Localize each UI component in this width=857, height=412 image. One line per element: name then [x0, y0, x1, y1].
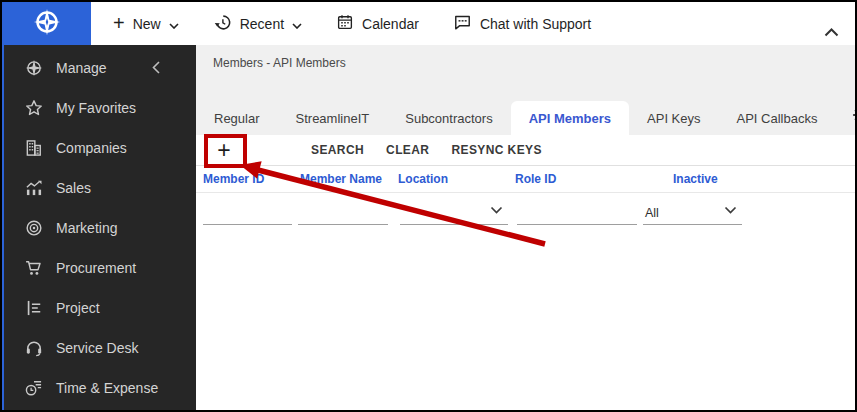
sidebar-item-label: Companies — [56, 140, 127, 156]
chevron-down-icon — [169, 16, 179, 32]
tab-streamlineit[interactable]: StreamlineIT — [278, 101, 388, 135]
chat-support-button[interactable]: Chat with Support — [453, 13, 591, 35]
grid-header-row: Member ID Member Name Location Role ID I… — [196, 166, 855, 193]
compass-icon — [24, 58, 44, 78]
column-header-role-id[interactable]: Role ID — [515, 172, 556, 186]
tab-label: API Members — [529, 111, 611, 126]
chevron-down-icon — [490, 200, 503, 218]
recent-menu-button[interactable]: Recent — [213, 13, 302, 35]
member-name-filter[interactable] — [298, 198, 388, 225]
tab-label: StreamlineIT — [296, 111, 370, 126]
clear-button[interactable]: CLEAR — [386, 143, 429, 157]
tab-subcontractors[interactable]: Subcontractors — [387, 101, 510, 135]
chart-icon — [24, 178, 44, 198]
sidebar-item-companies[interactable]: Companies — [4, 128, 196, 168]
app-window: + New Recent — [0, 0, 857, 412]
role-id-filter-input[interactable] — [517, 202, 637, 224]
cart-icon — [24, 258, 44, 278]
sidebar-item-label: Procurement — [56, 260, 136, 276]
chat-support-label: Chat with Support — [480, 16, 591, 32]
plus-icon: + — [113, 13, 125, 33]
clock-list-icon — [24, 378, 44, 398]
calendar-icon — [336, 13, 354, 34]
tab-label: Regular — [214, 111, 260, 126]
tab-label: Subcontractors — [405, 111, 492, 126]
sidebar-item-my-favorites[interactable]: My Favorites — [4, 88, 196, 128]
column-header-inactive[interactable]: Inactive — [673, 172, 718, 186]
chevron-up-icon — [824, 23, 839, 40]
building-icon — [24, 138, 44, 158]
star-icon — [24, 98, 44, 118]
main-area: Manage My Favorites Companies Sales — [2, 45, 855, 410]
chevron-left-icon[interactable] — [152, 61, 160, 77]
list-icon — [24, 298, 44, 318]
list-toolbar: + SEARCH CLEAR RESYNC KEYS — [196, 135, 855, 166]
member-id-filter-input[interactable] — [203, 202, 292, 224]
column-header-member-name[interactable]: Member Name — [300, 172, 382, 186]
chevron-down-icon — [724, 200, 737, 218]
member-name-filter-input[interactable] — [298, 202, 388, 224]
sidebar-item-sales[interactable]: Sales — [4, 168, 196, 208]
grid-filter-row: All — [196, 193, 855, 230]
collapse-header-button[interactable] — [822, 21, 841, 43]
member-id-filter[interactable] — [203, 198, 292, 225]
top-header: + New Recent — [2, 2, 855, 45]
tab-api-members[interactable]: API Members — [511, 101, 629, 135]
inactive-filter-value: All — [643, 206, 661, 224]
chat-icon — [453, 13, 472, 35]
tab-settings-button[interactable] — [851, 106, 857, 128]
sidebar-item-label: Sales — [56, 180, 91, 196]
tab-bar: Regular StreamlineIT Subcontractors API … — [196, 90, 855, 135]
app-logo[interactable] — [2, 2, 91, 45]
sidebar-item-service-desk[interactable]: Service Desk — [4, 328, 196, 368]
tab-label: API Keys — [647, 111, 700, 126]
location-filter-value — [400, 220, 404, 224]
bullseye-icon — [24, 218, 44, 238]
history-icon — [213, 13, 232, 35]
new-label: New — [133, 16, 161, 32]
tab-api-keys[interactable]: API Keys — [629, 101, 718, 135]
add-member-button[interactable]: + — [210, 136, 238, 164]
sidebar-item-label: Service Desk — [56, 340, 138, 356]
sidebar-item-label: Manage — [56, 60, 107, 76]
search-button[interactable]: SEARCH — [311, 143, 364, 157]
role-id-filter[interactable] — [517, 198, 637, 225]
content-area: Members - API Members Regular Streamline… — [196, 45, 855, 410]
sidebar-item-label: Project — [56, 300, 100, 316]
inactive-filter-dropdown[interactable]: All — [643, 198, 742, 225]
calendar-button[interactable]: Calendar — [336, 13, 419, 34]
sidebar: Manage My Favorites Companies Sales — [2, 45, 196, 410]
sidebar-item-project[interactable]: Project — [4, 288, 196, 328]
sidebar-item-marketing[interactable]: Marketing — [4, 208, 196, 248]
sidebar-item-procurement[interactable]: Procurement — [4, 248, 196, 288]
breadcrumb: Members - API Members — [196, 45, 855, 90]
gear-icon — [851, 106, 857, 128]
column-header-member-id[interactable]: Member ID — [203, 172, 264, 186]
tab-regular[interactable]: Regular — [196, 101, 278, 135]
tab-label: API Callbacks — [737, 111, 818, 126]
compass-icon — [32, 7, 62, 41]
sidebar-item-label: Time & Expense — [56, 380, 158, 396]
recent-label: Recent — [240, 16, 284, 32]
resync-keys-button[interactable]: RESYNC KEYS — [451, 143, 541, 157]
sidebar-item-time-expense[interactable]: Time & Expense — [4, 368, 196, 408]
chevron-down-icon — [292, 16, 302, 32]
column-header-location[interactable]: Location — [398, 172, 448, 186]
tab-api-callbacks[interactable]: API Callbacks — [719, 101, 836, 135]
top-nav: + New Recent — [113, 13, 591, 35]
location-filter-dropdown[interactable] — [400, 198, 508, 225]
empty-results-area — [196, 230, 855, 410]
sidebar-item-label: My Favorites — [56, 100, 136, 116]
sidebar-item-manage[interactable]: Manage — [4, 48, 196, 88]
calendar-label: Calendar — [362, 16, 419, 32]
headset-icon — [24, 338, 44, 358]
sidebar-item-label: Marketing — [56, 220, 117, 236]
new-menu-button[interactable]: + New — [113, 15, 179, 33]
